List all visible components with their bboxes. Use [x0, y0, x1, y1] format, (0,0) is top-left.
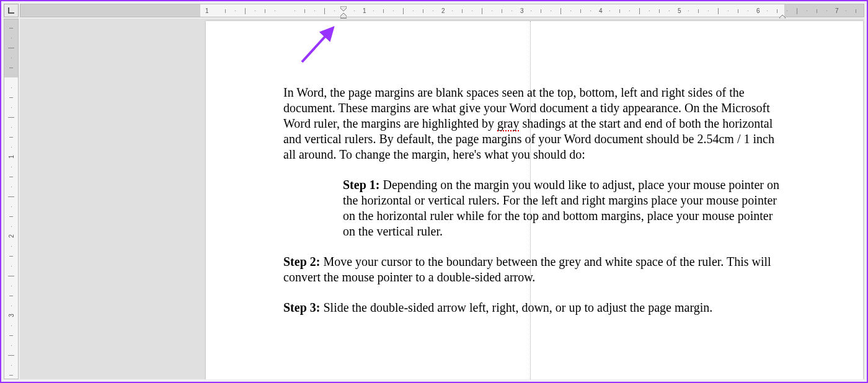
h-ruler-number: 1: [205, 7, 209, 14]
svg-marker-0: [340, 6, 347, 11]
step2-label: Step 2:: [283, 255, 320, 268]
document-page[interactable]: In Word, the page margins are blank spac…: [206, 21, 863, 379]
paragraph-intro[interactable]: In Word, the page margins are blank spac…: [283, 85, 779, 162]
step3-text: Slide the double-sided arrow left, right…: [320, 301, 712, 314]
h-ruler-left-margin[interactable]: [20, 4, 200, 17]
h-ruler-number: 5: [678, 7, 681, 14]
svg-marker-1: [340, 13, 347, 18]
step1-label: Step 1:: [343, 178, 379, 192]
h-ruler-body[interactable]: [200, 4, 784, 17]
step2-text: Move your cursor to the boundary between…: [283, 255, 771, 284]
vertical-ruler[interactable]: 1 2 3: [4, 19, 19, 379]
spellcheck-word[interactable]: gray: [497, 117, 520, 131]
v-ruler-number: 1: [8, 155, 15, 159]
step3-label: Step 3:: [283, 301, 320, 314]
document-canvas: In Word, the page margins are blank spac…: [20, 19, 864, 379]
ruler-corner-tab-selector[interactable]: [4, 4, 19, 17]
paragraph-step3[interactable]: Step 3: Slide the double-sided arrow lef…: [283, 300, 779, 315]
h-ruler-number: 2: [441, 7, 445, 14]
h-ruler-number: 6: [756, 7, 760, 14]
step1-text: Depending on the margin you would like t…: [343, 178, 779, 238]
h-ruler-number: 4: [599, 7, 603, 14]
horizontal-ruler[interactable]: 1 1 2 3 4 5 6 7: [20, 4, 864, 17]
v-ruler-body[interactable]: [4, 77, 18, 379]
document-body[interactable]: In Word, the page margins are blank spac…: [283, 85, 779, 330]
v-ruler-number: 3: [8, 314, 15, 317]
paragraph-step2[interactable]: Step 2: Move your cursor to the boundary…: [283, 254, 779, 285]
v-ruler-number: 2: [8, 234, 15, 238]
paragraph-step1[interactable]: Step 1: Depending on the margin you woul…: [343, 177, 779, 239]
h-ruler-number: 1: [363, 7, 366, 14]
h-ruler-number: 7: [835, 7, 839, 14]
first-line-indent-marker[interactable]: [340, 6, 347, 11]
h-ruler-number: 3: [520, 7, 524, 14]
